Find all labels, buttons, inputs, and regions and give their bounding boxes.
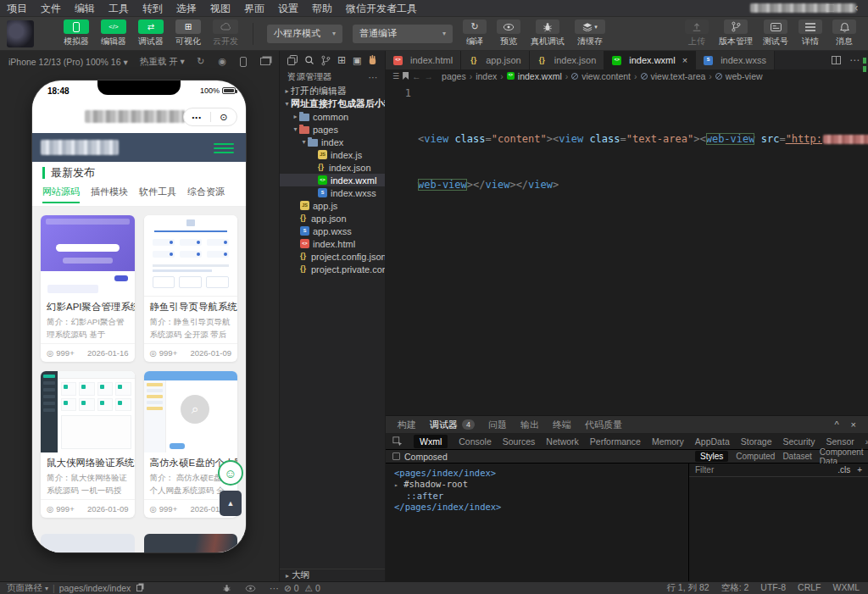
compile-button[interactable]: ↻ 编译 <box>463 19 487 47</box>
tree-item-app-json[interactable]: {} app.json <box>280 212 385 225</box>
language-mode[interactable]: WXML <box>833 582 860 594</box>
simulator-toggle-button[interactable]: 模拟器 <box>64 19 89 47</box>
devtool-sources[interactable]: Sources <box>503 436 536 447</box>
more-actions-icon[interactable]: ⋯ <box>369 72 378 82</box>
devtool-wxml[interactable]: Wxml <box>414 435 448 448</box>
messages-button[interactable]: 消息 <box>832 19 856 47</box>
breadcrumb-index[interactable]: index <box>476 71 497 81</box>
styles-filter-input[interactable]: Filter <box>695 465 714 475</box>
devtool-storage[interactable]: Storage <box>741 436 772 447</box>
forward-icon[interactable]: → <box>425 71 434 81</box>
tree-item-index-wxss[interactable]: S index.wxss <box>280 186 385 199</box>
editor-toggle-button[interactable]: </> 编辑器 <box>101 19 126 47</box>
tab-styles[interactable]: Styles <box>695 451 728 462</box>
devtool-memory[interactable]: Memory <box>652 436 684 447</box>
tab-website-source[interactable]: 网站源码 <box>42 186 80 203</box>
devtool-performance[interactable]: Performance <box>590 436 641 447</box>
files-icon[interactable] <box>287 55 298 65</box>
menu-select[interactable]: 选择 <box>170 0 203 17</box>
detach-window-icon[interactable] <box>260 58 270 65</box>
breadcrumb-web-view[interactable]: web-view <box>726 71 763 81</box>
menu-view[interactable]: 视图 <box>203 0 237 17</box>
tab-index-json[interactable]: {}index.json <box>530 51 605 69</box>
tab-app-json[interactable]: {}app.json <box>461 51 530 69</box>
record-icon[interactable]: ◉ <box>218 56 226 67</box>
breadcrumb-file[interactable]: index.wxml <box>518 71 562 81</box>
breadcrumb-view-content[interactable]: view.content <box>581 71 631 81</box>
page-path-select[interactable]: 页面路径 ▾ <box>7 582 48 594</box>
tab-terminal[interactable]: 终端 <box>553 419 571 431</box>
tab-code-quality[interactable]: 代码质量 <box>585 419 622 431</box>
close-miniprogram-button[interactable]: ⊙ <box>211 112 237 123</box>
tree-item-project-private-config[interactable]: {} project.private.config.js... <box>280 263 385 275</box>
tab-problems[interactable]: 问题 <box>488 419 507 431</box>
debugger-toggle-button[interactable]: ⇄ 调试器 <box>138 19 164 47</box>
preview-icon[interactable]: ▣ <box>353 55 361 66</box>
eol-setting[interactable]: CRLF <box>798 582 821 594</box>
indent-setting[interactable]: 空格: 2 <box>721 582 749 594</box>
current-page-path[interactable]: pages/index/index <box>59 583 131 593</box>
resource-card[interactable]: 静鱼引导页导航系统源... 简介：静鱼引导页导航系统源码 全开源 带后台 测试环… <box>144 215 238 362</box>
clear-cache-button[interactable]: ▾ 清缓存 <box>575 19 605 47</box>
tab-dataset[interactable]: Dataset <box>782 452 811 461</box>
copy-icon[interactable] <box>136 585 142 591</box>
devtool-appdata[interactable]: AppData <box>695 436 730 447</box>
hand-icon[interactable] <box>368 55 377 65</box>
hot-reload-select[interactable]: 热重载 开 ▾ <box>140 56 185 68</box>
add-rule-button[interactable]: + <box>857 465 862 475</box>
device-select[interactable]: iPhone 12/13 (Pro) 100% 16 ▾ <box>8 57 128 67</box>
outline-toggle-icon[interactable]: ☰ <box>392 72 399 80</box>
tab-plugin-module[interactable]: 插件模块 <box>91 186 128 202</box>
more-actions-icon[interactable]: ⋯ <box>270 583 279 593</box>
back-to-top-button[interactable]: ▲ <box>220 491 242 516</box>
tree-item-index-html[interactable]: <> index.html <box>280 237 385 250</box>
bookmark-icon[interactable] <box>403 72 409 80</box>
resource-card[interactable]: 鼠大侠网络验证系统源... 简介：鼠大侠网络验证系统源码 一机一码授权验证 全开… <box>41 371 135 518</box>
devtool-security[interactable]: Security <box>783 436 815 447</box>
inspect-icon[interactable] <box>392 436 403 447</box>
menu-settings[interactable]: 设置 <box>271 0 305 17</box>
tree-item-common[interactable]: ▸ common <box>280 110 385 123</box>
tab-output[interactable]: 输出 <box>520 419 539 431</box>
breadcrumb-pages[interactable]: pages <box>442 71 466 81</box>
breadcrumb-view-text-area[interactable]: view.text-area <box>651 71 706 81</box>
more-menu-button[interactable]: ••• <box>184 114 210 121</box>
tab-index-wxml[interactable]: <>index.wxml× <box>604 51 696 69</box>
menu-file[interactable]: 文件 <box>34 0 68 17</box>
tree-item-pages[interactable]: ▾ pages <box>280 123 385 136</box>
tree-item-index-json[interactable]: {} index.json <box>280 161 385 174</box>
device-debug-button[interactable]: 真机调试 <box>531 19 565 47</box>
git-icon[interactable] <box>320 55 331 66</box>
back-icon[interactable]: ← <box>412 71 421 81</box>
details-button[interactable]: 详情 <box>798 19 822 47</box>
close-panel-icon[interactable]: × <box>851 419 856 430</box>
close-tab-icon[interactable]: × <box>682 55 687 65</box>
menu-tools[interactable]: 工具 <box>102 0 136 17</box>
hamburger-menu-icon[interactable] <box>214 141 234 156</box>
menu-edit[interactable]: 编辑 <box>68 0 102 17</box>
version-manage-button[interactable]: 版本管理 <box>719 19 753 47</box>
tab-debugger[interactable]: 调试器4 <box>430 419 475 431</box>
menu-goto[interactable]: 转到 <box>136 0 170 17</box>
tab-index-wxss[interactable]: Sindex.wxss <box>696 51 775 69</box>
devtool-console[interactable]: Console <box>459 436 492 447</box>
devtool-sensor[interactable]: Sensor <box>826 436 854 447</box>
preview-button[interactable]: 预览 <box>497 19 520 47</box>
visualization-button[interactable]: ⊞ 可视化 <box>175 19 201 47</box>
split-editor-icon[interactable] <box>832 56 841 64</box>
test-account-button[interactable]: 测试号 <box>763 19 788 47</box>
eye-icon[interactable] <box>245 585 256 592</box>
tree-item-project-config[interactable]: {} project.config.json <box>280 250 385 263</box>
tree-item-index-folder[interactable]: ▾ index <box>280 136 385 148</box>
device-frame-icon[interactable] <box>240 57 247 67</box>
devtool-network[interactable]: Network <box>546 436 579 447</box>
wxml-tree[interactable]: <pages/index/index> ▸ #shadow-root ::aft… <box>386 464 688 581</box>
search-icon[interactable] <box>304 55 314 65</box>
problems-indicator[interactable]: ⊘ 0 ⚠ 0 <box>284 583 320 593</box>
collapse-panel-icon[interactable]: ^ <box>834 419 838 430</box>
encoding-setting[interactable]: UTF-8 <box>760 582 786 594</box>
tree-item-app-js[interactable]: JS app.js <box>280 199 385 212</box>
resource-card[interactable]: 幻影API聚合管理系统... 简介：幻影API聚合管理系统源码 基于 PHP+M… <box>41 215 135 362</box>
mode-select[interactable]: 小程序模式 ▾ <box>267 25 342 43</box>
outline-section[interactable]: ▸ 大纲 <box>280 569 385 581</box>
